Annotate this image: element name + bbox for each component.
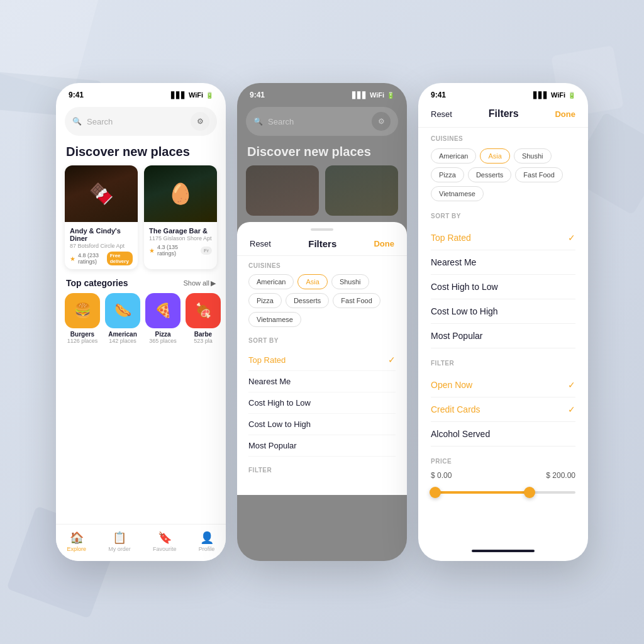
status-icons-2: ▋▋▋ WiFi 🔋 <box>352 91 394 99</box>
signal-icon-1: ▋▋▋ <box>171 92 186 99</box>
battery-icon-1: 🔋 <box>206 92 213 99</box>
filter-open-now[interactable]: Open Now ✓ <box>431 373 575 397</box>
status-time-2: 9:41 <box>250 91 265 99</box>
nav-favourite[interactable]: 🔖 Favourite <box>153 531 177 552</box>
sort-cost-low-2[interactable]: Cost Low to High <box>248 414 396 435</box>
phone-3: 9:41 ▋▋▋ WiFi 🔋 Reset Filters Done CUISI… <box>418 83 588 561</box>
sort-cost-high-2[interactable]: Cost High to Low <box>248 392 396 414</box>
status-bar-3: 9:41 ▋▋▋ WiFi 🔋 <box>418 83 588 103</box>
delivery-badge-2: Fr <box>201 247 212 255</box>
filter-alcohol[interactable]: Alcohol Served <box>431 422 575 447</box>
category-pizza[interactable]: 🍕 Pizza 365 places <box>145 293 180 344</box>
slider-thumb-right[interactable] <box>524 487 535 498</box>
sort-top-rated-3[interactable]: Top Rated ✓ <box>431 226 575 250</box>
food-img-2: 🥚 <box>144 165 217 222</box>
american-icon: 🌭 <box>105 293 140 328</box>
chip-vietnamese-3[interactable]: Vietnamese <box>431 186 484 201</box>
phone-1: 9:41 ▋▋▋ WiFi 🔋 🔍 Search ⚙ Discover new … <box>56 83 226 561</box>
chip-fastfood-3[interactable]: Fast Food <box>515 167 563 182</box>
food-card-1-rating: ★ 4.8 (233 ratings) Free delivery <box>70 252 133 265</box>
food-card-1[interactable]: 🍫 Andy & Cindy's Diner 87 Botsford Circl… <box>65 165 138 269</box>
check-top-rated-3: ✓ <box>568 233 575 243</box>
chip-pizza-2[interactable]: Pizza <box>248 293 282 308</box>
cat-count-2: 142 places <box>105 338 140 344</box>
sort-most-popular-3[interactable]: Most Popular <box>431 324 575 348</box>
burgers-icon: 🍔 <box>65 293 100 328</box>
sheet-title: Filters <box>308 238 336 249</box>
chip-desserts-3[interactable]: Desserts <box>468 167 511 182</box>
search-bar-1[interactable]: 🔍 Search ⚙ <box>65 107 217 136</box>
bottom-nav-1: 🏠 Explore 📋 My order 🔖 Favourite 👤 Profi… <box>56 524 226 561</box>
nav-profile[interactable]: 👤 Profile <box>199 531 215 552</box>
chip-shushi-3[interactable]: Shushi <box>514 148 552 164</box>
food-card-2-addr: 1175 Gislason Shore Apt <box>149 235 212 242</box>
chip-asia-3[interactable]: Asia <box>480 148 509 164</box>
category-grid: 🍔 Burgers 1126 places 🌭 American 142 pla… <box>56 293 226 344</box>
status-time-1: 9:41 <box>69 91 84 99</box>
filter-icon-2: ⚙ <box>378 117 385 126</box>
slider-thumb-left[interactable] <box>430 487 441 498</box>
search-bar-2[interactable]: 🔍 Search ⚙ <box>246 107 398 136</box>
star-icon-1: ★ <box>70 255 75 262</box>
phone-1-content: Discover new places 🍫 Andy & Cindy's Din… <box>56 142 226 524</box>
filter-section-label-2: FILTER <box>237 460 407 482</box>
category-barbeque[interactable]: 🍖 Barbe 523 pla <box>186 293 221 344</box>
phones-container: 9:41 ▋▋▋ WiFi 🔋 🔍 Search ⚙ Discover new … <box>56 83 588 561</box>
filter-button-1[interactable]: ⚙ <box>191 112 209 131</box>
price-label: PRICE <box>431 458 575 465</box>
cat-name-1: Burgers <box>65 331 100 338</box>
home-indicator-3 <box>472 550 535 552</box>
phone-2: 9:41 ▋▋▋ WiFi 🔋 🔍 Search ⚙ Discover new … <box>237 83 407 561</box>
nav-my-order[interactable]: 📋 My order <box>108 531 131 552</box>
filter-label-3: FILTER <box>431 360 575 367</box>
sort-list-2: Top Rated ✓ Nearest Me Cost High to Low … <box>248 349 396 457</box>
nav-explore[interactable]: 🏠 Explore <box>67 531 87 552</box>
chip-american-2[interactable]: American <box>248 274 294 289</box>
cat-count-4: 523 pla <box>186 338 221 344</box>
hero-title-1: Discover new places <box>56 142 226 165</box>
chip-pizza-3[interactable]: Pizza <box>431 167 464 182</box>
filter-icon-1: ⚙ <box>197 117 204 126</box>
chip-desserts-2[interactable]: Desserts <box>286 293 329 308</box>
profile-icon: 👤 <box>200 531 214 545</box>
battery-icon-3: 🔋 <box>568 92 575 99</box>
battery-icon-2: 🔋 <box>387 92 394 99</box>
show-all-button[interactable]: Show all ▶ <box>183 279 216 287</box>
chip-american-3[interactable]: American <box>431 148 476 164</box>
cuisines-label-3: CUISINES <box>431 135 575 142</box>
category-burgers[interactable]: 🍔 Burgers 1126 places <box>65 293 100 344</box>
cat-name-2: American <box>105 331 140 338</box>
chip-asia-2[interactable]: Asia <box>297 274 327 289</box>
sort-cost-high-3[interactable]: Cost High to Low <box>431 275 575 299</box>
food-card-2[interactable]: 🥚 The Garage Bar & 1175 Gislason Shore A… <box>144 165 217 269</box>
explore-icon: 🏠 <box>70 531 84 545</box>
explore-label: Explore <box>67 546 87 552</box>
chip-vietnamese-2[interactable]: Vietnamese <box>248 312 301 327</box>
food-card-2-rating: ★ 4.3 (135 ratings) Fr <box>149 244 212 257</box>
cuisines-label-2: CUISINES <box>248 262 396 269</box>
full-reset-button[interactable]: Reset <box>431 109 452 119</box>
category-american[interactable]: 🌭 American 142 places <box>105 293 140 344</box>
sortby-label-3: SORT BY <box>431 213 575 219</box>
check-credit-cards: ✓ <box>568 404 575 414</box>
price-slider[interactable] <box>431 486 575 499</box>
chip-shushi-2[interactable]: Shushi <box>331 274 369 289</box>
sheet-done-button[interactable]: Done <box>374 239 394 248</box>
full-done-button[interactable]: Done <box>555 109 575 119</box>
cat-name-4: Barbe <box>186 331 221 338</box>
hero-title-2: Discover new places <box>237 142 407 165</box>
delivery-badge-1: Free delivery <box>107 252 133 265</box>
sheet-reset-button[interactable]: Reset <box>250 239 271 248</box>
filter-button-2[interactable]: ⚙ <box>372 112 391 131</box>
sort-nearest-3[interactable]: Nearest Me <box>431 250 575 275</box>
sort-most-popular-2[interactable]: Most Popular <box>248 435 396 457</box>
filter-credit-cards[interactable]: Credit Cards ✓ <box>431 397 575 422</box>
sort-nearest-me-2[interactable]: Nearest Me <box>248 371 396 392</box>
chip-fastfood-2[interactable]: Fast Food <box>333 293 380 308</box>
sort-top-rated-2[interactable]: Top Rated ✓ <box>248 349 396 371</box>
filter-label-2: FILTER <box>248 467 396 474</box>
star-icon-2: ★ <box>149 247 155 254</box>
filter-sheet: Reset Filters Done CUISINES American Asi… <box>237 222 407 495</box>
rating-text-1: 4.8 (233 ratings) <box>78 252 104 265</box>
sort-cost-low-3[interactable]: Cost Low to High <box>431 299 575 324</box>
